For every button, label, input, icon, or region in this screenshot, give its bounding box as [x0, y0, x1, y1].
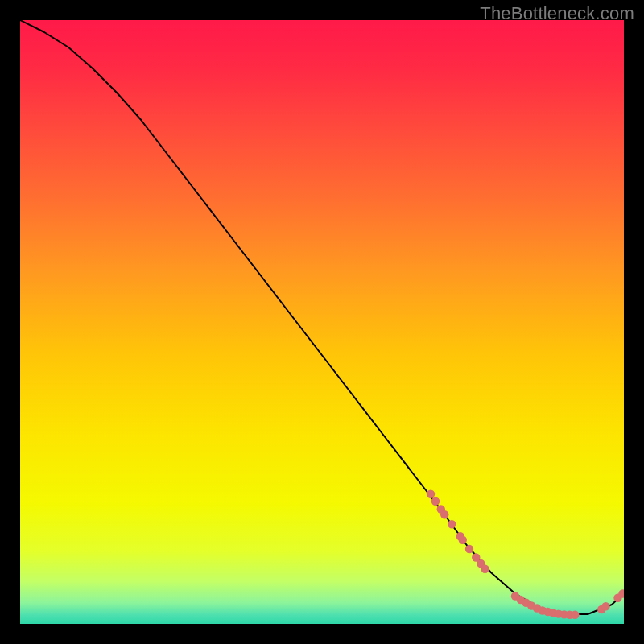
chart-plot	[20, 20, 624, 624]
data-point	[481, 565, 489, 573]
watermark-text: TheBottleneck.com	[480, 3, 634, 24]
chart-container: TheBottleneck.com	[0, 0, 644, 644]
data-point	[431, 497, 440, 506]
gradient-background	[20, 20, 624, 624]
data-point	[571, 611, 579, 619]
chart-svg	[20, 20, 624, 624]
data-point	[448, 520, 456, 528]
data-point	[427, 490, 435, 498]
data-point	[465, 545, 473, 553]
data-point	[459, 536, 467, 544]
data-point	[601, 602, 609, 610]
data-point	[440, 510, 448, 518]
